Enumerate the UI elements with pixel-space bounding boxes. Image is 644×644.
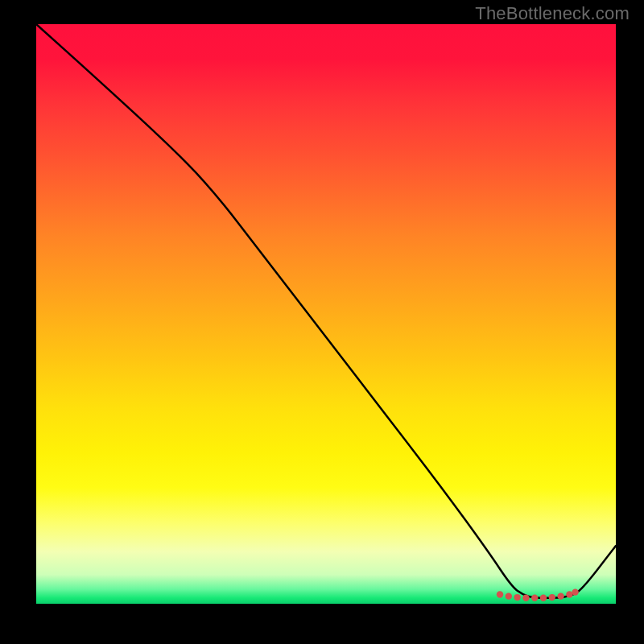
chart-svg — [36, 24, 616, 604]
valley-marker — [531, 595, 538, 601]
valley-marker — [497, 591, 503, 597]
valley-marker — [514, 594, 520, 601]
valley-marker — [566, 591, 572, 597]
valley-marker — [572, 588, 578, 595]
curve-line — [36, 24, 616, 598]
valley-marker-group — [497, 588, 579, 601]
valley-marker — [549, 594, 555, 601]
valley-marker — [522, 595, 529, 601]
chart-frame: TheBottleneck.com — [0, 0, 644, 644]
valley-marker — [557, 592, 564, 599]
watermark-text: TheBottleneck.com — [475, 3, 630, 24]
valley-marker — [506, 592, 512, 599]
valley-marker — [540, 595, 547, 601]
